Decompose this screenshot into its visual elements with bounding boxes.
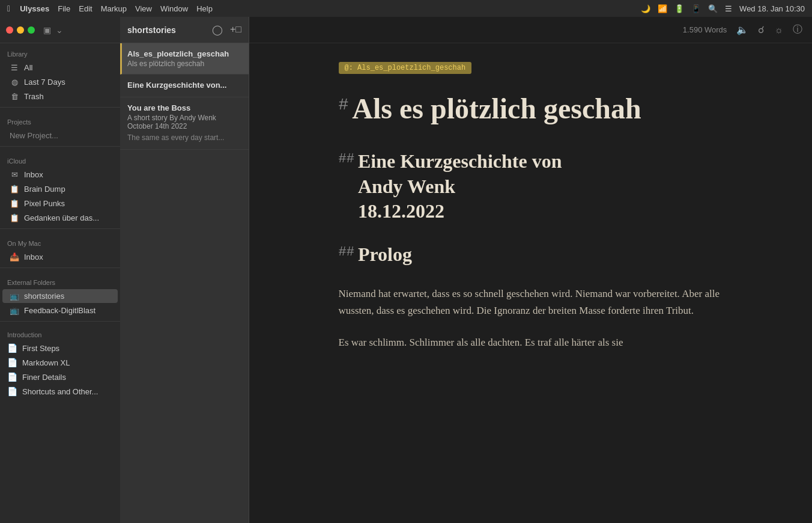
library-icon: ☰ xyxy=(10,63,19,72)
sidebar-item-markdown-xl[interactable]: 📄 Markdown XL xyxy=(0,355,120,370)
maximize-button[interactable] xyxy=(28,26,35,34)
sidebar-item-trash-label: Trash xyxy=(24,92,44,101)
h2-block-kurzgeschichte: ## Eine Kurzgeschichte von Andy Wenk 18.… xyxy=(339,149,723,224)
sidebar-item-new-project[interactable]: New Project... xyxy=(2,129,118,142)
sidebar-item-finer-details[interactable]: 📄 Finer Details xyxy=(0,370,120,384)
h1-block: # Als es plötzlich geschah xyxy=(339,92,723,125)
section-onmymac-label: On My Mac xyxy=(0,233,120,249)
h2-marker-2: ## xyxy=(339,245,354,260)
folder-icon: 📺 xyxy=(10,292,19,301)
sidebar-item-pixel-punks-label: Pixel Punks xyxy=(24,199,65,208)
search-editor-icon[interactable]: ☌ xyxy=(758,24,765,35)
sheet-item-0-title: Als_es_ploetzlich_geschah xyxy=(127,49,241,58)
sidebar-item-last7[interactable]: ◍ Last 7 Days xyxy=(2,75,118,89)
h2-text-1[interactable]: Eine Kurzgeschichte von xyxy=(358,149,562,174)
section-introduction-label: Introduction xyxy=(0,325,120,341)
sidebar-item-brain-dump[interactable]: 📋 Brain Dump xyxy=(2,182,118,196)
sidebar-item-pixel-punks[interactable]: 📋 Pixel Punks xyxy=(2,197,118,210)
sheet-item-0-subtitle: Als es plötzlich geschah xyxy=(127,60,241,68)
divider-1 xyxy=(0,107,120,108)
h1-marker: # xyxy=(339,96,349,114)
menu-edit[interactable]: Edit xyxy=(79,4,92,13)
sheet-item-0[interactable]: Als_es_ploetzlich_geschah Als es plötzli… xyxy=(120,43,249,75)
bluetooth-icon: 📱 xyxy=(691,4,701,13)
divider-5 xyxy=(0,321,120,322)
sidebar-item-finer-details-label: Finer Details xyxy=(22,373,66,382)
h2-marker-1: ## xyxy=(339,151,354,167)
titlebar:  Ulysses File Edit Markup View Window H… xyxy=(0,0,812,17)
sheet-list-title: shortstories xyxy=(127,25,176,35)
editor-toolbar: 1.590 Words 🔈 ☌ ☼ ⓘ xyxy=(249,17,812,43)
filename-tag: @: Als_es_ploetzlich_geschah xyxy=(339,61,723,92)
sheet-list-toolbar: shortstories ◯ +□ xyxy=(120,17,249,43)
h2-text-prolog[interactable]: Prolog xyxy=(358,242,412,268)
gedanken-icon: 📋 xyxy=(10,213,19,222)
close-button[interactable] xyxy=(6,26,13,34)
titlebar-right: 🌙 📶 🔋 📱 🔍 ☰ Wed 18. Jan 10:30 xyxy=(641,4,805,13)
divider-4 xyxy=(0,268,120,268)
sheet-add-icon[interactable]: +□ xyxy=(230,24,241,35)
sheet-item-2[interactable]: You are the Boss A short story By Andy W… xyxy=(120,97,249,150)
info-icon[interactable]: ⓘ xyxy=(793,23,802,36)
sheet-item-2-preview: The same as every day start... xyxy=(127,133,241,143)
moon-icon: 🌙 xyxy=(641,4,650,13)
sidebar-item-first-steps[interactable]: 📄 First Steps xyxy=(0,341,120,355)
filename-tag-text: @: Als_es_ploetzlich_geschah xyxy=(339,62,472,74)
word-count: 1.590 Words xyxy=(683,25,727,34)
sidebar-item-first-steps-label: First Steps xyxy=(22,344,59,353)
sidebar-item-new-project-label: New Project... xyxy=(10,131,58,140)
search-icon[interactable]: 🔍 xyxy=(708,4,718,13)
minimize-button[interactable] xyxy=(17,26,24,34)
pixel-punks-icon: 📋 xyxy=(10,199,19,208)
themes-icon[interactable]: ☼ xyxy=(774,25,783,35)
sidebar-item-inbox-icloud[interactable]: ✉ Inbox xyxy=(2,168,118,182)
sidebar-item-inbox-mac[interactable]: 📥 Inbox xyxy=(2,250,118,264)
inbox-mac-icon: 📥 xyxy=(10,252,19,262)
sheet-filter-icon[interactable]: ◯ xyxy=(212,24,223,35)
clock-icon: ◍ xyxy=(10,78,19,87)
body-text-2[interactable]: Es war schlimm. Schlimmer als alle dacht… xyxy=(339,334,723,352)
editor-content: @: Als_es_ploetzlich_geschah # Als es pl… xyxy=(291,43,771,523)
sidebar-item-inbox-mac-label: Inbox xyxy=(24,252,43,262)
h2-text-2[interactable]: Andy Wenk xyxy=(358,174,562,200)
editor: 1.590 Words 🔈 ☌ ☼ ⓘ @: Als_es_ploetzlich… xyxy=(249,17,812,523)
sidebar-item-brain-dump-label: Brain Dump xyxy=(24,185,65,194)
sheet-item-2-subtitle: A short story By Andy Wenk October 14th … xyxy=(127,114,241,130)
sidebar-item-feedback-label: Feedback-DigitlBlast xyxy=(24,306,95,315)
h2-text-block: Eine Kurzgeschichte von Andy Wenk 18.12.… xyxy=(358,149,562,224)
menu-help[interactable]: Help xyxy=(196,4,213,13)
body-text-1[interactable]: Niemand hat erwartet, dass es so schnell… xyxy=(339,286,723,320)
sidebar-chevron-icon[interactable]: ⌄ xyxy=(56,25,63,35)
sidebar-item-all[interactable]: ☰ All xyxy=(2,61,118,75)
titlebar-left:  Ulysses File Edit Markup View Window H… xyxy=(7,4,213,13)
menu-markup[interactable]: Markup xyxy=(101,4,127,13)
sheet-item-1[interactable]: Eine Kurzgeschichte von... xyxy=(120,75,249,97)
doc-shortcuts-icon: 📄 xyxy=(7,387,17,396)
h1-text[interactable]: Als es plötzlich geschah xyxy=(352,92,641,125)
battery-icon: 🔋 xyxy=(674,4,684,13)
menu-window[interactable]: Window xyxy=(160,4,188,13)
brain-dump-icon: 📋 xyxy=(10,185,19,194)
sidebar-toggle-icon[interactable]: ▣ xyxy=(43,25,51,35)
sidebar-item-gedanken-label: Gedanken über das... xyxy=(24,213,99,222)
apple-menu-icon[interactable]:  xyxy=(7,4,10,13)
sidebar-item-feedback[interactable]: 📺 Feedback-DigitlBlast xyxy=(2,304,118,317)
sheet-item-2-title: You are the Boss xyxy=(127,103,241,112)
editor-toolbar-right: 1.590 Words 🔈 ☌ ☼ ⓘ xyxy=(683,23,802,36)
menu-file[interactable]: File xyxy=(58,4,70,13)
share-icon[interactable]: 🔈 xyxy=(736,24,748,35)
sidebar-item-gedanken[interactable]: 📋 Gedanken über das... xyxy=(2,211,118,225)
sidebar-item-shortcuts[interactable]: 📄 Shortcuts and Other... xyxy=(0,384,120,399)
menu-ulysses[interactable]: Ulysses xyxy=(20,4,49,13)
sidebar-item-inbox-icloud-label: Inbox xyxy=(24,170,43,179)
inbox-icon: ✉ xyxy=(10,170,19,179)
sheet-list-icons: ◯ +□ xyxy=(212,24,241,35)
sidebar-item-trash[interactable]: 🗑 Trash xyxy=(2,90,118,103)
main-layout: ▣ ⌄ Library ☰ All ◍ Last 7 Days 🗑 Trash … xyxy=(0,17,812,523)
datetime: Wed 18. Jan 10:30 xyxy=(739,4,805,13)
sidebar-item-shortstories[interactable]: 📺 shortstories xyxy=(2,289,118,303)
control-center-icon[interactable]: ☰ xyxy=(725,4,732,13)
sidebar-item-shortstories-label: shortstories xyxy=(24,292,64,301)
menu-view[interactable]: View xyxy=(135,4,152,13)
h2-text-3[interactable]: 18.12.2022 xyxy=(358,199,562,224)
